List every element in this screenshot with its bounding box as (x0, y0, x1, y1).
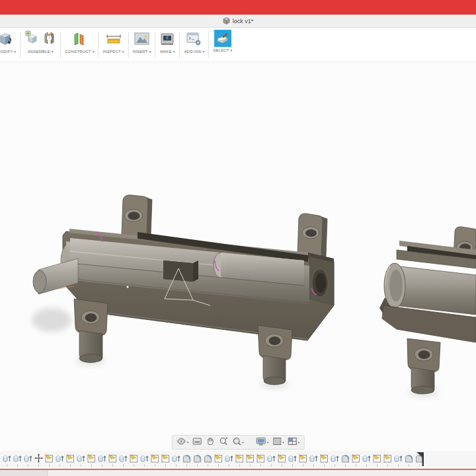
timeline-feature-extrude[interactable] (288, 454, 297, 463)
mount-ear-top-left (122, 195, 152, 238)
toolbar-group-insert[interactable]: INSERT▾ (129, 30, 155, 54)
timeline-feature-extrude[interactable] (24, 454, 32, 463)
timeline-feature-sketch[interactable] (278, 454, 286, 463)
window-top-bar (0, 0, 476, 15)
toolbar-group-select[interactable]: SELECT▾ (209, 30, 236, 52)
timeline-feature-sketch[interactable] (299, 454, 307, 463)
view-navigation-toolbar: ▾ ▾ ▾ ▾ (172, 435, 305, 450)
timeline-feature-sketch[interactable] (161, 454, 170, 463)
toolbar-label-addins: ADD-INS▾ (184, 50, 204, 54)
timeline-feature-sketch[interactable] (257, 454, 265, 463)
timeline-feature-extrude[interactable] (394, 454, 403, 463)
timeline-feature-sketch[interactable] (66, 454, 75, 463)
look-at-button[interactable] (192, 436, 202, 449)
mount-ear-bottom-2 (407, 338, 440, 394)
document-cube-icon (223, 15, 230, 27)
timeline-feature-sketch[interactable] (246, 454, 255, 463)
toolbar-group-addins[interactable]: ADD-INS▾ (180, 30, 208, 54)
mount-ear-top-right (298, 214, 327, 258)
canvas-icon (134, 30, 150, 48)
timeline-feature-extrude[interactable] (331, 454, 339, 463)
timeline-feature-extrude[interactable] (3, 454, 11, 463)
document-tab-bar: lock v1* (0, 15, 476, 28)
timeline-feature-sketch[interactable] (45, 454, 54, 463)
toolbar-group-assemble[interactable]: ASSEMBLE▾ (20, 30, 60, 54)
main-toolbar: MODIFY▾ ASSEMBLE▾ CONSTRUCT▾ (0, 28, 476, 62)
model-lock-catch[interactable] (379, 227, 476, 397)
bottom-strip-left-segment (0, 470, 48, 476)
toolbar-label-modify: MODIFY▾ (0, 50, 16, 54)
fit-zoom-window-button[interactable]: ▾ (231, 436, 244, 449)
timeline-feature-move[interactable] (34, 454, 43, 463)
grid-snaps-icon (272, 436, 282, 449)
toolbar-label-assemble: ASSEMBLE▾ (28, 50, 54, 54)
zoom-button[interactable] (218, 436, 228, 449)
timeline-feature-extrude[interactable] (362, 454, 371, 463)
mount-ear-bottom-right (258, 325, 292, 385)
fit-zoom-window-icon (231, 436, 241, 449)
construction-plane-icon (71, 30, 87, 48)
timeline-feature-sketch[interactable] (214, 454, 223, 463)
toolbar-group-construct[interactable]: CONSTRUCT▾ (61, 30, 98, 54)
new-component-icon (24, 30, 40, 48)
toolbar-label-construct: CONSTRUCT▾ (65, 50, 94, 54)
pan-icon (205, 436, 215, 449)
look-at-icon (192, 436, 202, 449)
timeline-feature-extrude[interactable] (309, 454, 318, 463)
timeline-feature-fillet[interactable] (204, 454, 212, 463)
timeline-feature-fillet[interactable] (193, 454, 202, 463)
viewports-icon (288, 436, 298, 449)
orbit-button[interactable]: ▾ (177, 436, 189, 449)
3d-viewport[interactable]: ▾ ▾ ▾ ▾ (0, 62, 476, 451)
timeline-playhead[interactable] (416, 452, 425, 470)
joint-icon (42, 30, 56, 48)
viewports-button[interactable]: ▾ (288, 436, 300, 449)
toolbar-group-modify[interactable]: MODIFY▾ (0, 30, 20, 54)
toolbar-group-inspect[interactable]: INSPECT▾ (99, 30, 128, 54)
document-tab[interactable]: lock v1* (216, 15, 260, 27)
timeline-feature-sketch[interactable] (373, 454, 381, 463)
zoom-icon (218, 436, 228, 449)
timeline-feature-extrude[interactable] (267, 454, 276, 463)
toolbar-label-select: SELECT▾ (213, 48, 232, 52)
select-icon (214, 30, 231, 47)
orbit-icon (177, 436, 186, 449)
timeline-feature-sketch[interactable] (352, 454, 360, 463)
toolbar-label-inspect: INSPECT▾ (102, 50, 124, 54)
toolbar-label-make: MAKE▾ (160, 50, 175, 54)
display-settings-icon (256, 436, 266, 449)
timeline-feature-sketch[interactable] (235, 454, 244, 463)
bottom-strip (0, 470, 476, 476)
grid-snaps-button[interactable]: ▾ (272, 436, 284, 449)
timeline-feature-fillet[interactable] (182, 454, 191, 463)
fusion360-window: lock v1* MODIFY▾ ASSEMBLE▾ (0, 0, 476, 476)
timeline-feature-fillet[interactable] (405, 454, 413, 463)
timeline-feature-sketch[interactable] (87, 454, 96, 463)
timeline-feature-extrude[interactable] (119, 454, 128, 463)
timeline-feature-extrude[interactable] (172, 454, 180, 463)
timeline-feature-extrude[interactable] (56, 454, 64, 463)
display-settings-button[interactable]: ▾ (256, 436, 269, 449)
timeline-feature-fillet[interactable] (341, 454, 350, 463)
timeline-feature-sketch[interactable] (383, 454, 392, 463)
toolbar-label-insert: INSERT▾ (133, 50, 151, 54)
timeline-feature-extrude[interactable] (13, 454, 22, 463)
timeline-feature-sketch[interactable] (108, 454, 117, 463)
timeline-feature-extrude[interactable] (77, 454, 85, 463)
mount-ear-bottom-left (74, 299, 108, 363)
pan-button[interactable] (205, 436, 215, 449)
timeline-feature-extrude[interactable] (225, 454, 233, 463)
timeline-feature-extrude[interactable] (140, 454, 149, 463)
toolbar-group-make[interactable]: MAKE▾ (155, 30, 179, 54)
timeline-bar (0, 451, 476, 469)
scripts-addins-icon (186, 30, 202, 48)
press-pull-icon (0, 30, 15, 48)
document-title: lock v1* (233, 18, 254, 24)
measure-icon (105, 30, 122, 48)
timeline-feature-sketch[interactable] (130, 454, 138, 463)
3d-print-icon (159, 30, 175, 48)
timeline-feature-extrude[interactable] (98, 454, 106, 463)
timeline-feature-sketch[interactable] (151, 454, 159, 463)
timeline-feature-sketch[interactable] (320, 454, 329, 463)
model-lock-body[interactable] (32, 195, 334, 388)
